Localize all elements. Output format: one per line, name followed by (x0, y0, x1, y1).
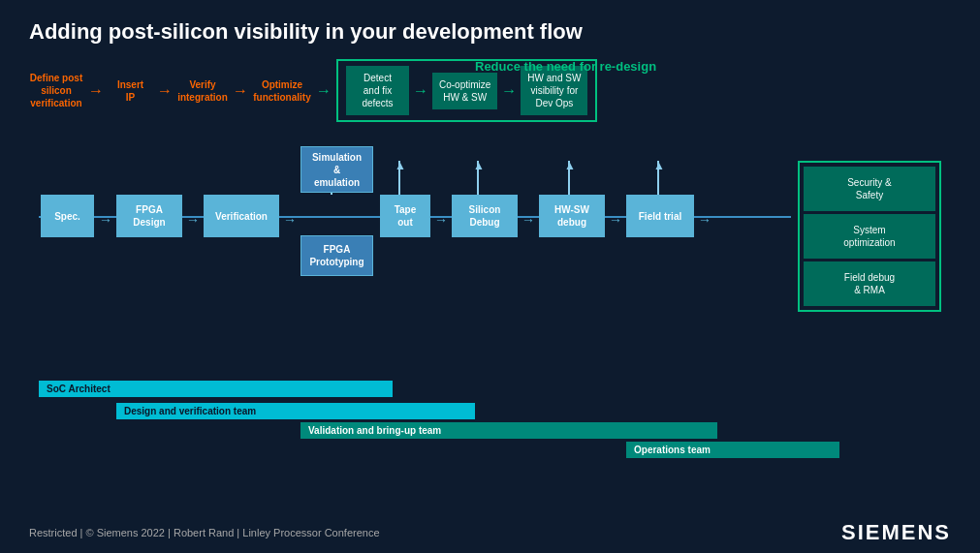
reduce-label: Reduce the need for re-design (475, 59, 656, 74)
arrow-2: → (157, 82, 173, 100)
siemens-logo: SIEMENS (841, 520, 951, 545)
teal-arrow-1: → (413, 82, 428, 100)
design-team-bar: Design and verification team (116, 403, 475, 419)
fpga-design-box: FPGADesign (116, 195, 182, 237)
arrow-tapeout: → (434, 212, 448, 228)
arrow-1: → (88, 82, 104, 100)
arrow-4: → (316, 82, 332, 100)
slide: Adding post-silicon visibility in your d… (0, 0, 980, 553)
up-arrow-tapeout: ▲ (395, 159, 406, 172)
up-arrow-silicon: ▲ (473, 159, 485, 172)
top-flow-section: Reduce the need for re-design Define pos… (29, 59, 951, 146)
right-panel-system: Systemoptimization (804, 214, 935, 259)
hw-sw-debug-box: HW-SWdebug (539, 195, 605, 237)
field-trial-box: Field trial (626, 195, 694, 237)
slide-title: Adding post-silicon visibility in your d… (29, 19, 951, 45)
spec-box: Spec. (41, 195, 94, 237)
validation-team-bar: Validation and bring-up team (300, 422, 717, 439)
up-arrow-hwsw: ▲ (564, 159, 576, 172)
soc-architect-bar: SoC Architect (39, 381, 393, 397)
arrow-fpga-design: → (186, 212, 200, 228)
flow-step-1: Define postsiliconverification (29, 72, 83, 109)
flow-step-4: Optimizefunctionality (253, 78, 311, 104)
arrow-verif: → (283, 212, 297, 228)
arrow-to-panel: → (698, 212, 711, 228)
operations-team-bar: Operations team (626, 442, 839, 458)
silicon-debug-box: SiliconDebug (452, 195, 518, 237)
arrow-silicon: → (522, 212, 535, 228)
team-bars: SoC Architect Design and verification te… (29, 381, 951, 442)
footer-text: Restricted | © Siemens 2022 | Robert Ran… (29, 527, 380, 538)
tapeout-box: Tapeout (380, 195, 430, 237)
flow-step-2: InsertIP (109, 78, 152, 104)
arrow-3: → (233, 82, 248, 100)
fpga-proto-box: FPGAPrototyping (300, 235, 373, 276)
right-panel-field: Field debug& RMA (804, 261, 935, 306)
sim-emulation-box: Simulation&emulation (300, 146, 373, 193)
up-arrow-field: ▲ (653, 159, 665, 172)
teal-step-1: Detectand fixdefects (346, 66, 409, 115)
teal-step-2: Co-optimizeHW & SW (432, 73, 497, 109)
right-panel: Security &Safety Systemoptimization Fiel… (798, 161, 941, 312)
right-panel-security: Security &Safety (804, 167, 935, 211)
arrow-spec: → (99, 212, 112, 228)
footer: Restricted | © Siemens 2022 | Robert Ran… (29, 520, 951, 545)
verification-box: Verification (204, 195, 279, 237)
diagram-area: Spec. → FPGADesign → Verification → ▲ Si… (29, 156, 951, 442)
flow-step-3: Verifyintegration (177, 78, 228, 104)
arrow-hwsw: → (609, 212, 622, 228)
teal-arrow-2: → (501, 82, 517, 100)
